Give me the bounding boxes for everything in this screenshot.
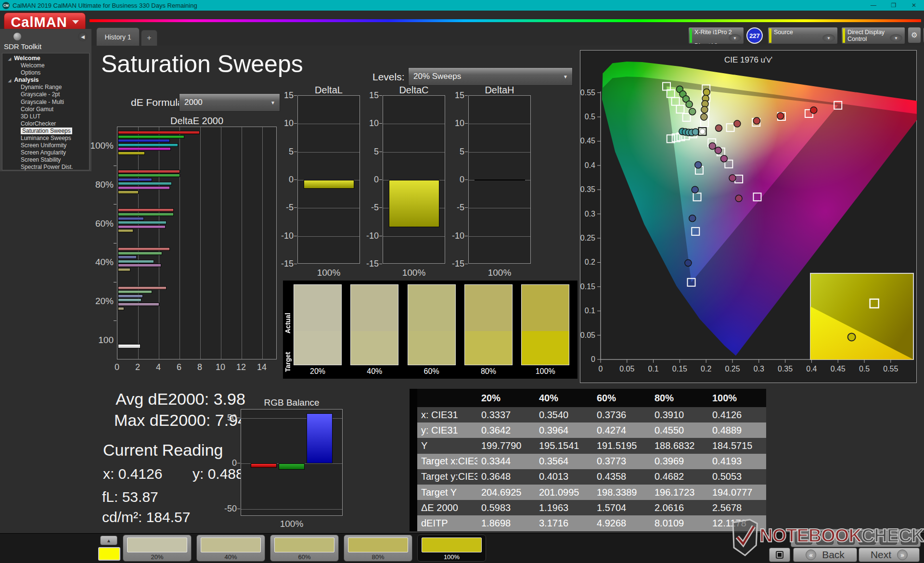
workflow-orb-icon[interactable]	[13, 33, 21, 40]
swatch-label: 80%	[464, 367, 513, 376]
display-control-dropdown[interactable]: Direct Display Control ▼	[841, 27, 905, 44]
table-row-target-y-cie31: Target y:CIE310.36480.40130.43580.46820.…	[410, 469, 766, 485]
bar-60-4	[118, 225, 166, 229]
y-tick	[379, 207, 382, 208]
minimize-button[interactable]: —	[863, 0, 884, 11]
cell-value: 188.6832	[651, 438, 708, 453]
cie-measured-point	[686, 101, 693, 108]
sidebar-item-grayscale-multi[interactable]: Grayscale - Multi	[2, 99, 89, 106]
next-button[interactable]: Next »	[859, 548, 920, 562]
y-tick	[379, 264, 382, 264]
bar-100-4	[118, 147, 171, 151]
media-button-1[interactable]	[795, 531, 812, 545]
svg-text:0.05: 0.05	[619, 365, 634, 373]
restore-button[interactable]: ❐	[884, 0, 904, 11]
gridline	[469, 152, 530, 153]
page-title: Saturation Sweeps	[101, 50, 303, 78]
patch-button-40[interactable]: 40%	[196, 535, 265, 562]
current-test-patch[interactable]	[98, 547, 120, 561]
sidebar-item-grayscale-2pt[interactable]: Grayscale - 2pt	[2, 91, 89, 98]
cie-measured-point	[777, 113, 784, 119]
sidebar-item-label: ColorChecker	[21, 120, 56, 127]
sidebar-item-options[interactable]: Options	[2, 69, 89, 77]
levels-label: Levels:	[372, 71, 405, 83]
tab-history-1[interactable]: History 1	[96, 27, 140, 46]
svg-text:0.4: 0.4	[585, 161, 595, 169]
cell-value: 0.3964	[535, 422, 593, 438]
cell-value: 204.6925	[477, 485, 535, 500]
display-control-label: Direct Display Control	[847, 29, 885, 42]
media-button-6[interactable]	[901, 531, 918, 545]
patch-button-60[interactable]: 60%	[270, 535, 339, 562]
calman-app-window: CM CalMAN 2019 CalMAN Ultimate for Busin…	[0, 0, 924, 563]
sidebar-collapse-button[interactable]: ◀	[78, 32, 88, 41]
row-label: ΔE 2000	[417, 500, 477, 515]
media-button-4[interactable]	[859, 531, 876, 545]
patch-button-80[interactable]: 80%	[344, 535, 412, 562]
back-button[interactable]: « Back	[793, 548, 857, 562]
y-tick	[294, 264, 297, 264]
bar-100-2	[118, 139, 170, 142]
cell-value: 0.4013	[535, 469, 593, 485]
settings-button[interactable]: ⚙	[908, 27, 921, 43]
sidebar-item-label: Saturation Sweeps	[21, 128, 72, 134]
gridline	[383, 152, 445, 153]
cell-value: 0.3773	[593, 454, 651, 469]
row-label: Y	[417, 438, 477, 453]
media-button-5[interactable]	[880, 531, 897, 545]
sidebar-item-label: Luminance Sweeps	[21, 135, 71, 141]
group-label: 80%	[72, 179, 114, 190]
cell-value: 199.7790	[477, 438, 535, 453]
cie-measured-point	[735, 195, 742, 202]
swatch-60	[408, 284, 456, 365]
de-formula-label: dE Formula:	[131, 97, 186, 108]
add-tab-button[interactable]: +	[141, 30, 157, 46]
swatch-actual	[408, 285, 455, 331]
de-formula-dropdown[interactable]: 2000 ▼	[179, 93, 280, 112]
rgb-plot-area	[241, 409, 343, 516]
sidebar-item-welcome[interactable]: ◢Welcome	[2, 55, 89, 62]
media-button-3[interactable]	[837, 531, 855, 545]
sidebar-item-welcome[interactable]: Welcome	[2, 62, 89, 69]
tree-expand-icon[interactable]: ◢	[8, 78, 11, 83]
expand-patch-tray-button[interactable]: ▲	[100, 536, 117, 545]
bar-40-2	[118, 256, 137, 259]
cie-measured-point	[689, 215, 696, 222]
cell-value: 0.4550	[651, 422, 708, 438]
bar-20-4	[118, 303, 159, 306]
back-icon: «	[806, 550, 816, 560]
meter-count-badge[interactable]: 227	[746, 27, 763, 44]
close-button[interactable]: ✕	[904, 0, 924, 11]
patch-chip	[348, 537, 408, 552]
stop-button[interactable]	[769, 548, 790, 562]
rgb-bar-green	[279, 463, 305, 470]
actual-row-label: Actual	[284, 289, 292, 333]
column-header: 20%	[477, 389, 535, 407]
cell-value: 0.3648	[477, 469, 535, 485]
cell-value: 0.4193	[708, 454, 766, 469]
media-button-2[interactable]	[816, 531, 834, 545]
y-tick	[294, 207, 297, 208]
y-tick-label: 15	[270, 90, 294, 101]
sidebar-item-analysis[interactable]: ◢Analysis	[2, 77, 89, 84]
title-bar: CM CalMAN 2019 CalMAN Ultimate for Busin…	[0, 0, 924, 11]
patch-button-100[interactable]: 100%	[417, 535, 486, 562]
meter-dropdown[interactable]: X-Rite i1Pro 2 Direct View ▼	[688, 27, 744, 44]
gridline	[159, 127, 159, 359]
gear-icon: ⚙	[911, 31, 917, 39]
source-dropdown[interactable]: Source ▼	[768, 27, 838, 44]
cell-value: 194.0777	[708, 485, 766, 500]
y-tick	[465, 236, 468, 236]
cie-measured-point	[692, 186, 698, 193]
sidebar-item-color-gamut[interactable]: Color Gamut	[2, 106, 89, 113]
x-tick-label: 12	[235, 362, 247, 372]
svg-text:0.55: 0.55	[883, 365, 898, 373]
cell-value: 0.4682	[651, 469, 708, 485]
cie-measured-point	[810, 107, 817, 114]
cell-value: 0.3736	[593, 407, 651, 422]
patch-button-20[interactable]: 20%	[123, 535, 192, 562]
sidebar-item-dynamic-range[interactable]: Dynamic Range	[2, 84, 89, 91]
tree-expand-icon[interactable]: ◢	[8, 57, 11, 61]
group-label: 100	[72, 335, 114, 345]
playback-toolbar	[791, 529, 921, 547]
